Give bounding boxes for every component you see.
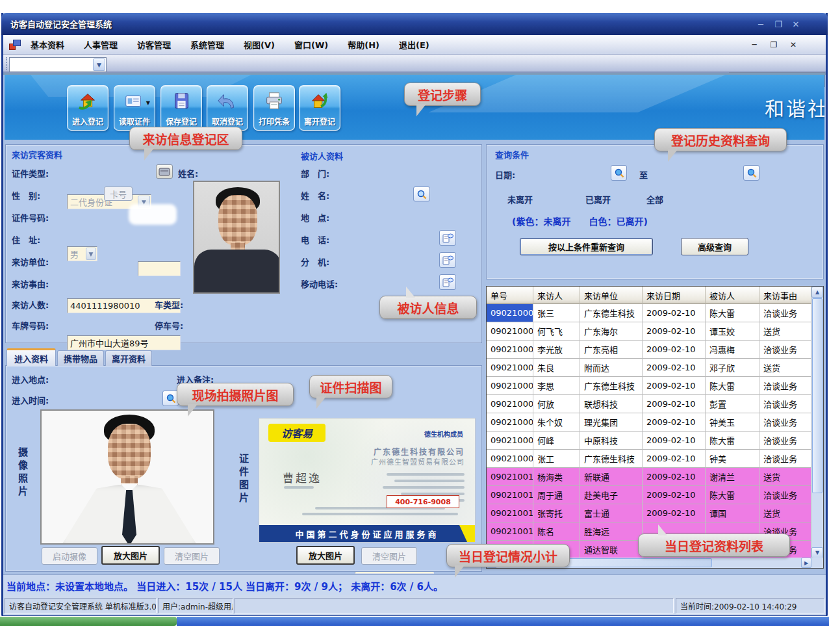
advanced-query-button[interactable]: 高级查询 (681, 238, 748, 255)
table-row[interactable]: 090210004朱良附而达2009-02-10邓子欣送货 (487, 359, 811, 377)
menu-item-help[interactable]: 帮助(H) (348, 38, 379, 51)
radio-not-left-label: 未离开 (507, 193, 533, 205)
table-row[interactable]: 090210008何峰中原科技2009-02-10陈大雷洽谈业务 (487, 431, 811, 450)
table-cell: 送货 (759, 359, 811, 377)
mdi-close-button[interactable]: ✕ (787, 40, 799, 50)
vscroll-thumb[interactable] (812, 298, 823, 493)
dial-mobile-button[interactable] (439, 274, 456, 290)
enter-register-button[interactable]: 进入登记 (67, 85, 108, 131)
entry-time-label: 进入时间: (12, 394, 49, 406)
window-restore-button[interactable]: ❐ (771, 18, 785, 30)
menu-item-system[interactable]: 系统管理 (190, 38, 224, 51)
menu-item-exit[interactable]: 退出(E) (399, 38, 429, 51)
table-cell: 洽谈业务 (759, 431, 811, 450)
clear-photo-button[interactable]: 清空图片 (164, 547, 220, 565)
menu-item-hr[interactable]: 人事管理 (84, 38, 118, 51)
phone-message-icon (442, 233, 453, 243)
gender-label: 性 别: (12, 189, 40, 201)
visited-name-label: 姓 名: (301, 189, 329, 201)
leave-register-button[interactable]: 离开登记 (299, 85, 340, 131)
column-header-5[interactable]: 来访事由 (759, 287, 811, 304)
start-camera-button[interactable]: 启动摄像 (42, 547, 97, 565)
table-vscrollbar[interactable]: ▲ ▼ (811, 287, 823, 558)
save-register-button[interactable]: 保存登记 (160, 85, 202, 131)
id-number-label: 证件号码: (12, 211, 49, 224)
table-cell: 2009-02-10 (643, 304, 706, 322)
table-row[interactable]: 090210011周于通赴美电子2009-02-10陈大雷洽谈业务 (487, 486, 811, 504)
chevron-down-icon[interactable]: ▼ (93, 58, 105, 71)
column-header-0[interactable]: 单号 (487, 287, 533, 304)
status-empty (235, 598, 674, 613)
card-reader-icon (159, 168, 170, 176)
dial-phone-button[interactable] (439, 230, 456, 246)
date-to-picker-button[interactable] (743, 165, 759, 181)
toolbar-strip (3, 55, 826, 73)
callout-id-scan: 证件扫描图 (309, 375, 392, 398)
table-row[interactable]: 090210009张工广东德生科技2009-02-10钟美洽谈业务 (487, 450, 811, 468)
cancel-register-button[interactable]: 取消登记 (207, 85, 248, 131)
column-header-2[interactable]: 来访单位 (580, 287, 643, 304)
table-cell: 冯惠梅 (706, 341, 759, 359)
mdi-minimize-button[interactable]: ─ (748, 40, 760, 50)
table-cell: 何飞飞 (533, 322, 580, 341)
chevron-down-icon: ▼ (146, 100, 150, 106)
card-reader-button[interactable] (156, 164, 173, 179)
clear-scan-button[interactable]: 清空图片 (361, 547, 417, 565)
menu-item-view[interactable]: 视图(V) (244, 38, 275, 51)
address-input[interactable]: 广州市中山大道89号 (67, 335, 181, 350)
callout-text: 现场拍摄照片图 (192, 386, 278, 404)
quick-select-combobox[interactable]: ▼ (9, 57, 107, 72)
card-number-input[interactable] (138, 261, 181, 276)
table-row[interactable]: 090210012张寄托富士通2009-02-10谭国送货 (487, 504, 811, 522)
table-cell: 联想科技 (580, 395, 643, 413)
mdi-restore-button[interactable]: ❐ (768, 40, 780, 50)
table-row[interactable]: 090210002何飞飞广东海尔2009-02-10谭玉姣送货 (487, 322, 811, 341)
column-header-3[interactable]: 来访日期 (643, 287, 706, 304)
toolbar-grip[interactable] (6, 57, 8, 70)
table-cell: 胜海远 (580, 522, 643, 541)
tab-carried-items[interactable]: 携带物品 (57, 350, 104, 366)
callout-text: 当日登记情况小计 (459, 547, 557, 565)
table-row[interactable]: 090210006何放联想科技2009-02-10彭置洽谈业务 (487, 395, 811, 413)
dial-ext-button[interactable] (439, 252, 456, 268)
requery-button[interactable]: 按以上条件重新查询 (520, 238, 653, 255)
menu-item-visitor[interactable]: 访客管理 (137, 38, 171, 51)
card-number-button[interactable]: 卡号 (104, 187, 133, 201)
menu-item-basic[interactable]: 基本资料 (31, 38, 64, 51)
zoom-scan-button[interactable]: 放大图片 (296, 546, 355, 565)
scroll-up-icon[interactable]: ▲ (811, 287, 823, 298)
window-close-button[interactable]: ✕ (789, 18, 803, 30)
table-cell: 陈大雷 (706, 304, 759, 322)
tab-leave-info[interactable]: 离开资料 (105, 350, 152, 366)
table-cell: 通达智联 (580, 541, 643, 558)
search-person-button[interactable] (413, 187, 430, 201)
chevron-down-icon[interactable]: ▼ (86, 248, 96, 260)
search-icon (746, 168, 757, 178)
table-row[interactable]: 090210001张三广东德生科技2009-02-10陈大雷洽谈业务 (487, 304, 811, 322)
column-header-4[interactable]: 被访人 (706, 287, 759, 304)
tab-entry-info[interactable]: 进入资料 (6, 348, 56, 366)
scroll-right-icon[interactable]: ▶ (801, 558, 811, 568)
table-row[interactable]: 090210010杨海类新联通2009-02-10谢清兰送货 (487, 468, 811, 486)
scroll-down-icon[interactable]: ▼ (811, 547, 823, 558)
callout-live-photo: 现场拍摄照片图 (177, 383, 294, 406)
date-from-picker-button[interactable] (611, 165, 627, 181)
card-logo: 访客易 (268, 424, 325, 442)
table-row[interactable]: 090210005李思广东德生科技2009-02-10陈大雷洽谈业务 (487, 377, 811, 395)
table-row[interactable]: 090210003李光放广东亮相2009-02-10冯惠梅洽谈业务 (487, 341, 811, 359)
card-person-name: 曹超逸 (283, 469, 322, 485)
gender-value: 男 (70, 248, 79, 260)
menu-item-window[interactable]: 窗口(W) (294, 38, 328, 51)
callout-history-query: 登记历史资料查询 (654, 128, 787, 151)
zoom-photo-button[interactable]: 放大图片 (101, 546, 160, 565)
read-id-button[interactable]: ▼ 读取证件 (114, 85, 155, 131)
callout-text: 来访信息登记区 (142, 130, 229, 148)
visitor-id-photo (193, 181, 280, 294)
gender-combobox[interactable]: 男 ▼ (67, 246, 97, 261)
window-minimize-button[interactable]: ─ (754, 18, 768, 30)
print-slip-button[interactable]: 打印凭条 (253, 85, 295, 131)
button-label: 取消登记 (212, 116, 243, 127)
table-row[interactable]: 090210007朱个奴理光集团2009-02-10钟美玉洽谈业务 (487, 413, 811, 431)
table-cell: 赴美电子 (580, 486, 643, 504)
column-header-1[interactable]: 来访人 (533, 287, 580, 304)
